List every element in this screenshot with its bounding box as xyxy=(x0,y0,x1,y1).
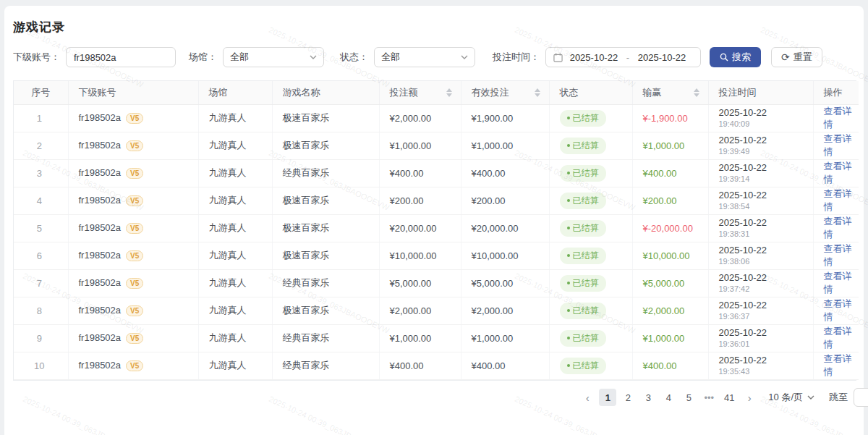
status-dot-icon xyxy=(567,199,570,202)
venue-select[interactable]: 全部 xyxy=(223,47,324,67)
vip-level-badge: V5 xyxy=(126,223,143,234)
column-header-winloss[interactable]: 输赢 xyxy=(632,81,708,104)
cell-game-name: 经典百家乐 xyxy=(272,352,379,379)
sort-desc-icon xyxy=(535,93,540,97)
cell-bet-amount: ¥200.00 xyxy=(379,187,461,214)
account-name: fr198502a xyxy=(79,305,122,316)
page-number-2[interactable]: 2 xyxy=(619,389,637,406)
cell-venue: 九游真人 xyxy=(198,269,272,297)
view-details-link[interactable]: 查看详情 xyxy=(824,326,852,350)
view-details-link[interactable]: 查看详情 xyxy=(824,216,852,240)
cell-account: fr198502aV5 xyxy=(68,324,198,352)
bet-time-label: 投注时间： xyxy=(493,51,540,64)
cell-bet-amount: ¥2,000.00 xyxy=(379,297,461,324)
cell-status: 已结算 xyxy=(549,269,632,297)
sort-icon[interactable] xyxy=(446,88,452,97)
winloss-value: ¥-1,900.00 xyxy=(643,113,688,124)
winloss-value: ¥-20,000.00 xyxy=(643,223,693,234)
status-select[interactable]: 全部 xyxy=(374,47,475,67)
status-badge-label: 已结算 xyxy=(573,112,599,124)
cell-game-name: 极速百家乐 xyxy=(272,187,379,214)
cell-index: 6 xyxy=(14,242,68,269)
cell-index: 3 xyxy=(14,159,68,187)
cell-venue: 九游真人 xyxy=(198,104,272,132)
date-separator: - xyxy=(625,52,631,63)
cell-venue: 九游真人 xyxy=(198,187,272,214)
vip-level-badge: V5 xyxy=(126,278,143,289)
date-end[interactable]: 2025-10-22 xyxy=(631,52,693,63)
search-button[interactable]: 搜索 xyxy=(710,47,761,67)
cell-status: 已结算 xyxy=(549,132,632,159)
table-row: 1fr198502aV5九游真人极速百家乐¥2,000.00¥1,900.00已… xyxy=(14,104,859,132)
cell-venue: 九游真人 xyxy=(198,159,272,187)
winloss-value: ¥1,000.00 xyxy=(643,140,685,151)
view-details-link[interactable]: 查看详情 xyxy=(824,161,852,185)
page-number-41[interactable]: 41 xyxy=(720,389,738,406)
page-number-3[interactable]: 3 xyxy=(639,389,657,406)
vip-level-badge: V5 xyxy=(126,140,143,151)
cell-action: 查看详情 xyxy=(813,297,859,324)
view-details-link[interactable]: 查看详情 xyxy=(824,298,852,322)
view-details-link[interactable]: 查看详情 xyxy=(824,271,852,295)
cell-action: 查看详情 xyxy=(813,269,859,297)
status-badge-label: 已结算 xyxy=(573,277,599,290)
pagination-ellipsis[interactable]: ••• xyxy=(700,389,718,406)
cell-account: fr198502aV5 xyxy=(68,187,198,214)
jump-page-input[interactable] xyxy=(854,388,868,407)
account-name: fr198502a xyxy=(79,167,122,178)
view-details-link[interactable]: 查看详情 xyxy=(824,188,852,212)
sort-icon[interactable] xyxy=(535,88,540,97)
cell-bet-amount: ¥10,000.00 xyxy=(379,242,461,269)
cell-game-name: 经典百家乐 xyxy=(272,269,379,297)
page-size-select[interactable]: 10 条/页 xyxy=(768,391,814,404)
cell-bet-amount: ¥1,000.00 xyxy=(379,324,461,352)
prev-page-button[interactable]: ‹ xyxy=(579,388,596,407)
date-start[interactable]: 2025-10-22 xyxy=(563,52,625,63)
page-number-5[interactable]: 5 xyxy=(680,389,697,406)
cell-bet-time: 2025-10-2219:37:42 xyxy=(708,269,813,297)
bet-time: 19:37:42 xyxy=(719,284,810,294)
filter-account: 下级账号： xyxy=(13,47,176,67)
calendar-icon xyxy=(553,53,563,62)
bet-time: 19:39:14 xyxy=(719,174,810,184)
cell-venue: 九游真人 xyxy=(198,297,272,324)
bet-date: 2025-10-22 xyxy=(719,107,810,118)
view-details-link[interactable]: 查看详情 xyxy=(824,133,852,157)
status-badge: 已结算 xyxy=(560,275,606,292)
status-badge-label: 已结算 xyxy=(573,360,599,372)
reset-button[interactable]: ⟳ 重置 xyxy=(771,47,822,67)
view-details-link[interactable]: 查看详情 xyxy=(824,243,852,267)
account-name: fr198502a xyxy=(79,250,122,261)
cell-status: 已结算 xyxy=(549,324,632,352)
page-number-4[interactable]: 4 xyxy=(660,389,677,406)
view-details-link[interactable]: 查看详情 xyxy=(824,106,852,130)
column-header-valid[interactable]: 有效投注 xyxy=(461,81,549,104)
cell-valid-bet: ¥1,900.00 xyxy=(461,104,549,132)
status-badge-label: 已结算 xyxy=(573,167,599,180)
column-header-label: 下级账号 xyxy=(79,87,116,98)
page-number-1[interactable]: 1 xyxy=(599,389,616,406)
cell-winloss: ¥400.00 xyxy=(632,352,708,379)
reset-icon: ⟳ xyxy=(781,52,790,62)
cell-valid-bet: ¥1,000.00 xyxy=(461,324,549,352)
column-header-bet[interactable]: 投注额 xyxy=(379,81,461,104)
column-header-label: 输赢 xyxy=(643,86,662,99)
next-page-button[interactable]: › xyxy=(741,388,758,407)
status-dot-icon xyxy=(567,117,570,119)
venue-label: 场馆： xyxy=(189,51,217,64)
pagination: ‹12345•••41›10 条/页跳至 xyxy=(579,388,868,407)
bet-date: 2025-10-22 xyxy=(719,245,810,255)
table-row: 4fr198502aV5九游真人极速百家乐¥200.00¥200.00已结算¥2… xyxy=(14,187,859,214)
account-input[interactable] xyxy=(66,47,176,67)
date-range-picker[interactable]: 2025-10-22 - 2025-10-22 xyxy=(545,47,701,67)
status-badge: 已结算 xyxy=(560,165,606,182)
sort-icon[interactable] xyxy=(694,88,699,97)
cell-game-name: 极速百家乐 xyxy=(272,297,379,324)
cell-winloss: ¥2,000.00 xyxy=(632,297,708,324)
sort-asc-icon xyxy=(446,88,452,92)
cell-action: 查看详情 xyxy=(813,132,859,159)
winloss-value: ¥200.00 xyxy=(643,195,677,206)
content-card: 游戏记录 下级账号： 场馆： 全部 状态： 全部 xyxy=(4,6,864,435)
view-details-link[interactable]: 查看详情 xyxy=(824,353,852,377)
status-badge: 已结算 xyxy=(560,358,606,374)
